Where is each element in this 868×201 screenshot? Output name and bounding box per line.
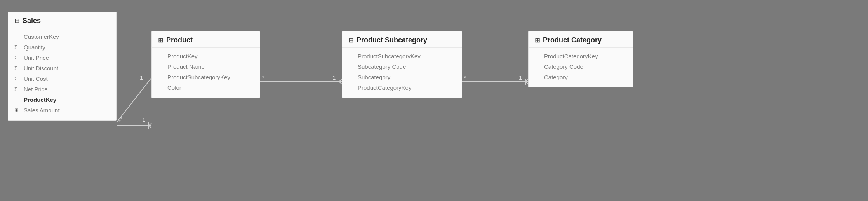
field-productsubcategorykey-sub: ProductSubcategoryKey xyxy=(342,51,462,61)
productcategorykey-cat-label: ProductCategoryKey xyxy=(544,53,598,59)
field-subcategory-code: Subcategory Code xyxy=(342,61,462,72)
customerkey-label: CustomerKey xyxy=(24,33,59,40)
unitdiscount-label: Unit Discount xyxy=(24,65,58,72)
rel2-arrow-h1 xyxy=(339,79,342,82)
categorycode-label: Category Code xyxy=(544,63,583,70)
product-subcategory-table-fields: ProductSubcategoryKey Subcategory Code S… xyxy=(342,48,462,98)
productname-label: Product Name xyxy=(167,63,205,70)
rel-sales-product-star: * xyxy=(120,115,122,122)
subcategorycode-label: Subcategory Code xyxy=(358,63,406,70)
product-category-table-icon: ⊞ xyxy=(535,37,540,44)
productkey-sales-label: ProductKey xyxy=(24,96,56,103)
field-productcategorykey-cat: ProductCategoryKey xyxy=(529,51,633,61)
productsubcategorykey-label: ProductSubcategoryKey xyxy=(167,74,230,80)
rel3-one: 1 xyxy=(519,74,522,81)
field-quantity: Σ Quantity xyxy=(8,42,116,52)
product-category-table-title: Product Category xyxy=(543,36,602,44)
sales-table[interactable]: ⊞ Sales CustomerKey Σ Quantity Σ Unit Pr… xyxy=(8,12,117,121)
field-category: Category xyxy=(529,72,633,82)
rel2-star: * xyxy=(262,74,264,81)
product-table-fields: ProductKey Product Name ProductSubcatego… xyxy=(152,48,260,98)
rel-sales-product-line xyxy=(117,78,151,122)
rel1-arrow-h2 xyxy=(149,126,151,128)
product-category-table[interactable]: ⊞ Product Category ProductCategoryKey Ca… xyxy=(528,31,633,87)
sales-table-icon: ⊞ xyxy=(14,17,19,24)
sales-table-header: ⊞ Sales xyxy=(8,12,116,28)
field-productcategorykey-sub: ProductCategoryKey xyxy=(342,82,462,93)
field-productsubcategorykey: ProductSubcategoryKey xyxy=(152,72,260,82)
salesamount-table-icon: ⊞ xyxy=(14,107,21,113)
rel2-one: 1 xyxy=(332,74,336,81)
netprice-sigma-icon: Σ xyxy=(14,86,21,92)
productsubcategorykey-sub-label: ProductSubcategoryKey xyxy=(358,53,421,59)
rel1-one: 1 xyxy=(142,116,145,123)
field-color: Color xyxy=(152,82,260,93)
productcategorykey-sub-label: ProductCategoryKey xyxy=(358,84,411,91)
field-unit-cost: Σ Unit Cost xyxy=(8,73,116,84)
field-sales-amount: ⊞ Sales Amount xyxy=(8,105,116,115)
unitdiscount-sigma-icon: Σ xyxy=(14,65,21,71)
subcategory-label: Subcategory xyxy=(358,74,390,80)
field-unit-discount: Σ Unit Discount xyxy=(8,63,116,73)
quantity-sigma-icon: Σ xyxy=(14,44,21,50)
product-table-icon: ⊞ xyxy=(158,37,163,44)
unitcost-sigma-icon: Σ xyxy=(14,76,21,82)
salesamount-label: Sales Amount xyxy=(24,107,60,114)
field-customerkey: CustomerKey xyxy=(8,31,116,42)
rel1-star: * xyxy=(118,118,121,125)
quantity-label: Quantity xyxy=(24,44,45,51)
sales-table-fields: CustomerKey Σ Quantity Σ Unit Price Σ Un… xyxy=(8,28,116,120)
product-subcategory-table-title: Product Subcategory xyxy=(357,36,427,44)
field-productkey-sales: ProductKey xyxy=(8,94,116,105)
field-net-price: Σ Net Price xyxy=(8,84,116,94)
productkey-product-label: ProductKey xyxy=(167,53,198,59)
field-product-name: Product Name xyxy=(152,61,260,72)
product-table-title: Product xyxy=(166,36,193,44)
color-label: Color xyxy=(167,84,181,91)
product-category-table-header: ⊞ Product Category xyxy=(529,31,633,48)
rel3-arrow-h1 xyxy=(525,79,528,82)
field-subcategory: Subcategory xyxy=(342,72,462,82)
canvas: ⊞ Sales CustomerKey Σ Quantity Σ Unit Pr… xyxy=(0,0,868,201)
rel2-arrow-h2 xyxy=(339,82,342,84)
sales-table-title: Sales xyxy=(23,17,41,25)
product-category-table-fields: ProductCategoryKey Category Code Categor… xyxy=(529,48,633,87)
product-subcategory-table-header: ⊞ Product Subcategory xyxy=(342,31,462,48)
product-table-header: ⊞ Product xyxy=(152,31,260,48)
netprice-label: Net Price xyxy=(24,86,48,93)
product-subcategory-table[interactable]: ⊞ Product Subcategory ProductSubcategory… xyxy=(342,31,462,98)
unitprice-label: Unit Price xyxy=(24,54,49,61)
unitprice-sigma-icon: Σ xyxy=(14,55,21,61)
field-productkey-product: ProductKey xyxy=(152,51,260,61)
rel1-arrow-h1 xyxy=(149,123,151,126)
product-table[interactable]: ⊞ Product ProductKey Product Name Produc… xyxy=(151,31,260,98)
category-label: Category xyxy=(544,74,568,80)
field-unit-price: Σ Unit Price xyxy=(8,52,116,63)
unitcost-label: Unit Cost xyxy=(24,75,48,82)
relations-svg: * 1 * 1 * 1 * 1 xyxy=(0,0,868,201)
field-category-code: Category Code xyxy=(529,61,633,72)
rel3-arrow-h2 xyxy=(525,82,528,84)
product-subcategory-table-icon: ⊞ xyxy=(348,37,353,44)
rel-sales-product-one: 1 xyxy=(140,74,143,81)
rel3-star: * xyxy=(464,74,466,81)
